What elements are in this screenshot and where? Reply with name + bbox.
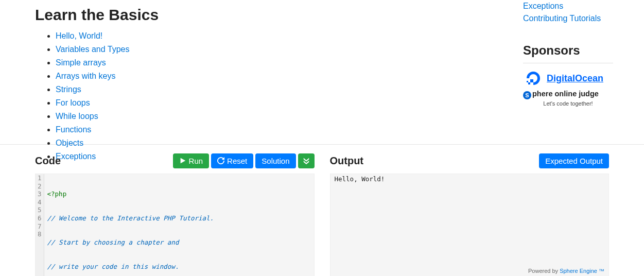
chevron-double-down-icon (303, 157, 310, 164)
expected-output-label: Expected Output (545, 157, 603, 165)
link-hello-world[interactable]: Hello, World! (56, 31, 102, 40)
output-text: Hello, World! (335, 175, 385, 183)
link-arrays-keys[interactable]: Arrays with keys (56, 72, 115, 80)
soj-title: phere online judge (532, 90, 599, 98)
play-icon (179, 157, 186, 164)
output-panel-title: Output (330, 155, 364, 167)
link-variables-types[interactable]: Variables and Types (56, 45, 130, 54)
page-heading: Learn the Basics (35, 6, 523, 24)
code-panel-title: Code (35, 155, 61, 167)
side-link-exceptions[interactable]: Exceptions (523, 0, 613, 12)
run-button[interactable]: Run (173, 153, 210, 168)
side-link-contributing[interactable]: Contributing Tutorials (523, 12, 613, 25)
reset-label: Reset (227, 157, 247, 165)
sponsor-digitalocean[interactable]: DigitalOcean (523, 72, 613, 85)
link-for-loops[interactable]: For loops (56, 98, 90, 107)
link-objects[interactable]: Objects (56, 139, 83, 147)
line-gutter: 1 2 3 4 5 6 7 8 (36, 174, 44, 276)
code-editor[interactable]: 1 2 3 4 5 6 7 8 <?php // Welcome to the … (35, 174, 315, 276)
collapse-button[interactable] (298, 153, 315, 168)
svg-rect-0 (530, 79, 533, 82)
code-lines: <?php // Welcome to the Interactive PHP … (44, 174, 217, 276)
sphere-engine-link[interactable]: Sphere Engine ™ (560, 268, 604, 274)
svg-rect-2 (527, 81, 528, 82)
expected-output-button[interactable]: Expected Output (539, 153, 609, 168)
soj-s-icon: S (523, 91, 531, 99)
sponsor-sphere-online-judge[interactable]: Sphere online judge Let's code together! (523, 90, 613, 107)
refresh-icon (217, 157, 224, 164)
basics-list: Hello, World! Variables and Types Simple… (35, 30, 523, 163)
svg-rect-1 (528, 82, 530, 84)
reset-button[interactable]: Reset (211, 153, 253, 168)
soj-tagline: Let's code together! (523, 100, 613, 107)
run-label: Run (189, 157, 203, 165)
powered-by: Powered by Sphere Engine ™ (528, 268, 604, 274)
sponsor-digitalocean-label: DigitalOcean (547, 73, 603, 84)
digitalocean-icon (523, 72, 544, 85)
sponsors-heading: Sponsors (523, 43, 613, 63)
link-while-loops[interactable]: While loops (56, 112, 98, 120)
link-strings[interactable]: Strings (56, 85, 81, 94)
link-functions[interactable]: Functions (56, 125, 91, 134)
link-simple-arrays[interactable]: Simple arrays (56, 58, 106, 67)
solution-label: Solution (262, 157, 289, 165)
solution-button[interactable]: Solution (255, 153, 295, 168)
output-area: Hello, World! Powered by Sphere Engine ™ (330, 174, 610, 276)
